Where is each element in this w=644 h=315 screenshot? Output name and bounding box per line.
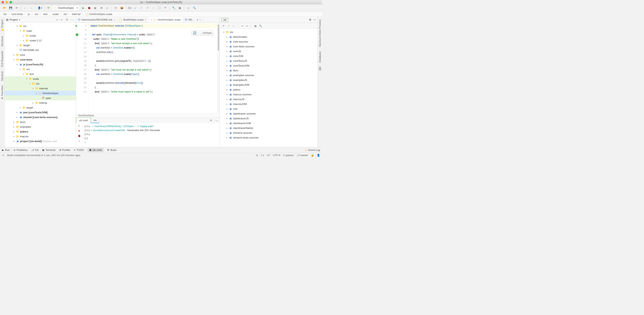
user-icon[interactable]: 👤▾ bbox=[37, 5, 42, 10]
lock-icon[interactable]: 🔒 bbox=[311, 154, 314, 157]
tree-node[interactable]: ▾📁internal bbox=[4, 86, 76, 91]
build-icon[interactable]: ⚒ bbox=[46, 5, 51, 10]
tree-node[interactable]: ▸▣benchmarks bbox=[220, 34, 318, 39]
tree-node[interactable]: ▸▣coreJVM bbox=[220, 53, 318, 58]
tree-node[interactable]: ▸▣shared [core-tests-sources] bbox=[4, 115, 76, 119]
git-toolwindow[interactable]: ⎇ Git bbox=[31, 148, 38, 151]
vcs-history-icon[interactable]: 🕓 bbox=[156, 5, 162, 10]
event-log[interactable]: ⚠ Event Log bbox=[305, 148, 320, 151]
breadcrumb-item[interactable]: test bbox=[42, 12, 48, 16]
editor-tab[interactable]: ⓂRE…▾× bbox=[183, 17, 203, 22]
editor-tab[interactable]: Ⓜbenchmarks/README.md× bbox=[76, 17, 117, 22]
tree-node[interactable]: ▸▣stacktracerJS bbox=[220, 116, 318, 121]
tree-node[interactable]: ▸▣docs bbox=[220, 68, 318, 73]
breadcrumb-item[interactable]: internal bbox=[71, 12, 81, 16]
run-icon[interactable]: ▶ bbox=[80, 5, 86, 10]
refresh-icon[interactable]: ⟳ bbox=[14, 5, 19, 10]
back-icon[interactable]: ← bbox=[22, 5, 28, 10]
gear-icon[interactable]: ⚙ bbox=[208, 118, 214, 123]
code-line[interactable] bbox=[90, 76, 217, 81]
gear-icon[interactable]: ⚙ bbox=[65, 18, 69, 22]
tree-node[interactable]: ▾▣js [coreTestsJS] bbox=[4, 62, 76, 67]
tree-node[interactable]: ▸▣coreJS bbox=[220, 49, 318, 53]
tree-node[interactable]: ▾📁src bbox=[4, 67, 76, 71]
code-line[interactable]: }, bbox=[90, 85, 217, 89]
expand-icon[interactable]: ⇥ bbox=[240, 24, 244, 28]
hide-icon[interactable]: — bbox=[214, 118, 220, 123]
vcs-commit-icon[interactable]: ✓ bbox=[138, 5, 144, 10]
save-icon[interactable]: 💾 bbox=[8, 5, 13, 10]
add-icon[interactable]: ＋ bbox=[226, 24, 230, 28]
tree-node[interactable]: ▸📁core bbox=[4, 52, 76, 57]
sbt-console[interactable]: ↻ ■ 🐞 ⤓ [info] > coreTestsJVM/testOnly *… bbox=[76, 123, 220, 147]
breadcrumb-item[interactable]: ◯ OneShotSpec.scala bbox=[84, 12, 113, 16]
tree-node[interactable]: ▸📁target bbox=[4, 105, 76, 110]
tree-node[interactable]: ▸📁scala bbox=[4, 33, 76, 38]
scrollbar-thumb[interactable] bbox=[218, 25, 219, 51]
tree-node[interactable]: ▸📁docs bbox=[4, 119, 76, 124]
breadcrumb-item[interactable]: scala bbox=[52, 12, 59, 16]
hint-close-icon[interactable]: × bbox=[198, 31, 199, 34]
indent-setting[interactable]: 2 spaces bbox=[283, 154, 294, 157]
hide-icon[interactable]: — bbox=[314, 18, 316, 21]
tree-node[interactable]: ▸▣examples-sources bbox=[220, 73, 318, 77]
todo-toolwindow[interactable]: ≡ TODO bbox=[74, 148, 84, 151]
toolwindow-project[interactable]: 📁 Project bbox=[0, 19, 4, 32]
wrench-icon[interactable]: 🔧 bbox=[258, 24, 262, 28]
tree-node[interactable]: ▾📁main bbox=[4, 28, 76, 33]
code-line[interactable]: val oneShot = OneShot.make[Int] bbox=[90, 45, 217, 50]
toolwindow-sbt[interactable]: sbt bbox=[318, 66, 322, 71]
caret-position[interactable]: 1:1 bbox=[261, 154, 264, 157]
undo-icon[interactable]: ↶ bbox=[162, 5, 168, 10]
chevron-down-icon[interactable]: ▾ bbox=[19, 18, 20, 21]
toolwindow-stardust-preview[interactable]: Stardust Article Preview bbox=[318, 19, 322, 48]
console-tab[interactable]: sbt shell bbox=[76, 117, 91, 123]
tree-node[interactable]: ▸📁scala-2.12 bbox=[4, 38, 76, 43]
code-line[interactable]: test( label = "isSet must report if a va… bbox=[90, 89, 217, 94]
problems-toolwindow[interactable]: ⊘ Problems bbox=[14, 148, 28, 151]
tree-node[interactable]: ▾📁src bbox=[4, 23, 76, 28]
attach-icon[interactable]: 🐞 bbox=[78, 134, 81, 137]
tree-node[interactable]: ▸▣jsdocs bbox=[220, 87, 318, 92]
rerun-icon[interactable]: ↻ bbox=[78, 124, 80, 127]
tree-node[interactable]: ⓂREADME.md bbox=[4, 47, 76, 52]
sbtshell-toolwindow[interactable]: ⬢ sbt shell bbox=[88, 148, 104, 152]
tree-node[interactable]: ▾📁zio bbox=[220, 29, 318, 34]
stop-icon[interactable]: ■ bbox=[78, 129, 80, 132]
coverage-icon[interactable]: ◐ bbox=[92, 5, 98, 10]
toolwindow-pullrequests[interactable]: Pull Requests bbox=[0, 50, 4, 68]
tree-node[interactable]: ⓜspec bbox=[4, 95, 76, 100]
download-icon[interactable]: ⤓ bbox=[78, 139, 80, 142]
vcs-push-icon[interactable]: ↗ bbox=[144, 5, 150, 10]
tree-node[interactable]: ▸▣examplesJVM bbox=[220, 82, 318, 87]
structure-icon[interactable]: ▦ bbox=[177, 5, 182, 10]
tree-node[interactable]: ▸▣stacktracerJVM bbox=[220, 121, 318, 125]
maximize-window-button[interactable] bbox=[10, 1, 12, 3]
build-toolwindow[interactable]: ⚒ Build bbox=[107, 148, 116, 151]
grid-icon[interactable]: ▦ bbox=[254, 24, 258, 28]
editor-tab[interactable]: ×◯OneShotSpec.scala bbox=[148, 17, 183, 22]
open-icon[interactable]: 📂 bbox=[2, 5, 7, 10]
breadcrumb-item[interactable]: zio bbox=[63, 12, 68, 16]
tree-node[interactable]: ▸▣stacktracerNative bbox=[220, 125, 318, 130]
tree-node[interactable]: ▸▣root bbox=[220, 106, 318, 111]
file-encoding[interactable]: UTF-8 bbox=[273, 154, 280, 157]
presentation-icon[interactable]: ▭ bbox=[186, 5, 191, 10]
breadcrumb-item[interactable]: js bbox=[27, 12, 30, 16]
run-config-selector[interactable]: ◯ OneShotSpec ▾ bbox=[52, 5, 80, 10]
search-icon[interactable]: 🔍 bbox=[192, 5, 197, 10]
git-branch[interactable]: ⎇ master bbox=[296, 154, 308, 157]
vcs-rollback-icon[interactable]: ↩ bbox=[150, 5, 156, 10]
code-line[interactable]: object OneShotSpec extends ZIOBaseSpec { bbox=[90, 23, 217, 28]
tree-node[interactable]: ▾📁test bbox=[4, 71, 76, 76]
breadcrumb-item[interactable]: core-tests bbox=[11, 12, 24, 16]
toolwindow-structure[interactable]: Structure bbox=[0, 35, 4, 47]
tree-node[interactable]: ▾📁scala bbox=[4, 76, 76, 81]
profiler-toolwindow[interactable]: ◔ Profiler bbox=[59, 148, 70, 151]
debug-icon[interactable]: 🐞 bbox=[86, 5, 92, 10]
tree-node[interactable]: ▸▣coreTestsJS bbox=[220, 58, 318, 63]
collapse-icon[interactable]: ⇤ bbox=[245, 24, 249, 28]
code-line[interactable]: suite( label = "Make a new OneShot")( bbox=[90, 37, 217, 41]
tree-node[interactable]: ▾▣project [zio-build] sources root bbox=[4, 139, 76, 143]
code-line[interactable]: val oneShot = OneShot.make[Object] bbox=[90, 72, 217, 76]
